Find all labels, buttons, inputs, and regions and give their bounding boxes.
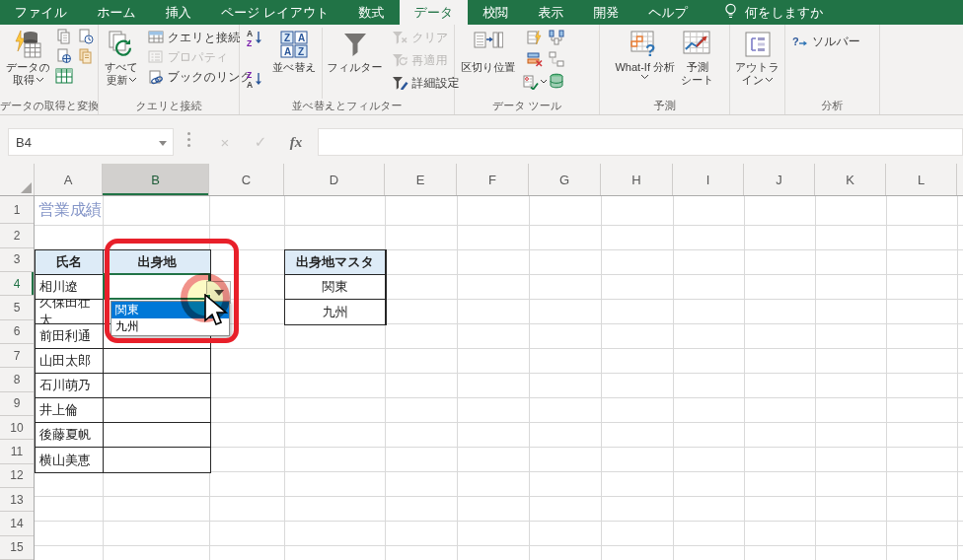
column-header-i[interactable]: I [673,164,744,195]
row-header-14[interactable]: 14 [0,512,34,535]
origin-cell[interactable] [104,398,210,423]
origin-cell[interactable] [104,349,210,374]
from-web-button[interactable] [56,48,72,67]
tab-help[interactable]: ヘルプ [633,0,703,25]
row-header-11[interactable]: 11 [0,440,34,463]
group-analysis: ? ソルバー 分析 [785,25,880,114]
origin-cell[interactable] [104,374,210,398]
reapply-filter-icon [392,53,408,67]
row-header-2[interactable]: 2 [0,224,34,247]
sort-descending-button[interactable]: ZA [243,69,265,89]
from-text-csv-icon [56,29,72,44]
sheet-grid[interactable]: 1 2 3 4 5 6 7 8 9 10 11 12 13 14 15 営業成績… [0,196,963,560]
queries-connections-button[interactable]: クエリと接続 [145,28,256,47]
column-header-d[interactable]: D [284,164,385,195]
relationships-icon [549,51,564,67]
tab-developer[interactable]: 開発 [578,0,633,25]
tab-view[interactable]: 表示 [523,0,578,25]
origin-cell[interactable] [104,448,210,472]
sort-ascending-button[interactable]: AZ [243,28,265,47]
column-header-g[interactable]: G [529,164,601,195]
row-header-3[interactable]: 3 [0,248,34,272]
group-label: 並べ替えとフィルター [240,99,454,114]
row-header-15[interactable]: 15 [0,536,34,560]
outline-button[interactable]: アウトラ イン [732,28,782,89]
name-cell[interactable]: 相川遼 [36,275,104,300]
name-box[interactable]: B4 [8,128,174,156]
refresh-all-button[interactable]: すべて 更新 [102,28,141,89]
excel-window: ファイル ホーム 挿入 ページ レイアウト 数式 データ 校閲 表示 開発 ヘル… [0,0,963,560]
tab-data[interactable]: データ [400,0,469,25]
lightbulb-icon [724,3,737,23]
tab-review[interactable]: 校閲 [468,0,523,25]
name-cell[interactable]: 後藤夏帆 [36,423,104,448]
solver-icon: ? [791,35,808,48]
tab-file[interactable]: ファイル [0,0,82,25]
existing-connections-button[interactable] [78,48,94,67]
master-cell[interactable]: 九州 [285,300,386,324]
row-header-12[interactable]: 12 [0,464,34,488]
workbook-links-button[interactable]: ブックのリンク [145,67,256,87]
recent-sources-button[interactable] [78,29,94,47]
column-header-h[interactable]: H [601,164,673,195]
group-forecast: ? What-If 分析 予測 シート 予 [600,25,730,114]
filter-button[interactable]: フィルター [325,28,386,76]
formula-input[interactable] [318,128,963,156]
column-header-e[interactable]: E [385,164,457,195]
name-cell[interactable]: 山田太郎 [36,349,104,374]
row-header-1[interactable]: 1 [0,196,34,224]
name-header-cell[interactable]: 氏名 [36,250,104,275]
tab-formulas[interactable]: 数式 [344,0,400,25]
row-header-9[interactable]: 9 [0,392,34,416]
origin-cell[interactable] [104,423,210,448]
get-data-button[interactable]: データの 取得 [3,28,53,89]
row-header-13[interactable]: 13 [0,488,34,512]
tell-me-box[interactable]: 何をしますか [724,0,824,25]
column-header-j[interactable]: J [744,164,815,195]
tab-page-layout[interactable]: ページ レイアウト [206,0,344,25]
name-cell[interactable]: 久保田壮太 [36,300,104,324]
column-header-a[interactable]: A [35,164,103,195]
select-all-button[interactable] [0,164,35,195]
column-header-l[interactable]: L [886,164,957,195]
solver-button[interactable]: ? ソルバー [788,32,863,51]
row-header-6[interactable]: 6 [0,320,34,344]
row-header-7[interactable]: 7 [0,344,34,368]
relationships-button[interactable] [549,51,564,70]
from-text-csv-button[interactable] [56,29,72,47]
what-if-analysis-button[interactable]: ? What-If 分析 [612,28,678,83]
column-header-f[interactable]: F [457,164,529,195]
column-header-c[interactable]: C [209,164,284,195]
sheet-title-cell[interactable]: 営業成績 [38,200,102,221]
name-cell[interactable]: 石川萌乃 [36,374,104,398]
name-cell[interactable]: 井上倫 [36,398,104,423]
row-header-10[interactable]: 10 [0,416,34,440]
name-cell[interactable]: 横山美恵 [36,448,104,472]
name-cell[interactable]: 前田利通 [36,324,104,349]
formula-bar-resize-handle[interactable] [187,132,190,135]
select-all-triangle-icon [21,182,32,193]
from-table-range-button[interactable] [55,67,73,88]
row-header-5[interactable]: 5 [0,296,34,319]
name-box-arrow-icon[interactable] [159,141,167,146]
queries-connections-icon [148,31,164,44]
tab-insert[interactable]: 挿入 [151,0,206,25]
column-header-k[interactable]: K [815,164,886,195]
from-table-range-icon [55,67,73,85]
text-to-columns-button[interactable]: 区切り位置 [458,28,518,76]
insert-function-icon[interactable]: fx [282,128,310,156]
advanced-filter-button[interactable]: 詳細設定 [389,73,463,93]
remove-duplicates-button[interactable] [527,51,543,70]
data-validation-button[interactable] [523,74,547,90]
sort-button[interactable]: ZA AZ 並べ替え [269,28,320,76]
forecast-sheet-button[interactable]: 予測 シート [678,28,717,89]
flash-fill-button[interactable] [527,30,543,48]
row-header-8[interactable]: 8 [0,368,34,391]
master-cell[interactable]: 関東 [285,275,386,300]
consolidate-button[interactable] [549,30,564,48]
master-header-cell[interactable]: 出身地マスタ [285,250,386,275]
column-header-b[interactable]: B [103,164,209,195]
tab-home[interactable]: ホーム [82,0,151,25]
manage-data-model-button[interactable] [549,73,564,92]
row-header-4[interactable]: 4 [0,272,34,296]
